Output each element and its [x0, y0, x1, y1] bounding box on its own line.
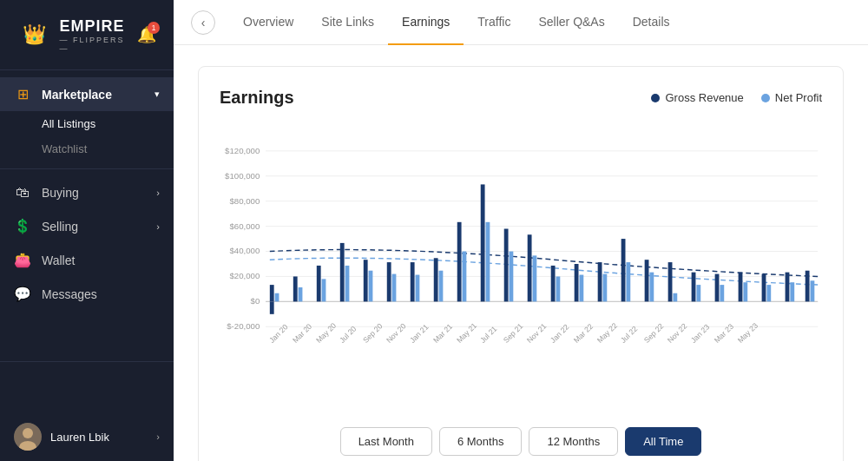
notification-bell[interactable]: 🔔 1 — [137, 25, 156, 44]
sidebar-item-selling[interactable]: 💲 Selling › — [0, 209, 174, 243]
bar-gross — [786, 273, 790, 302]
bar-net — [766, 285, 771, 301]
sidebar-item-label: Messages — [42, 287, 97, 301]
bar-net — [322, 279, 326, 301]
svg-text:Nov 20: Nov 20 — [385, 321, 408, 345]
net-label: Net Profit — [775, 91, 822, 104]
bar-gross — [411, 262, 415, 301]
crown-icon: 👑 — [23, 23, 46, 46]
user-name: Lauren Lbik — [50, 431, 148, 444]
tab-seller-qas[interactable]: Seller Q&As — [524, 0, 618, 45]
filter-12-months[interactable]: 12 Months — [529, 427, 618, 456]
sidebar-item-messages[interactable]: 💬 Messages — [0, 277, 174, 311]
top-navigation: ‹ Overview Site Links Earnings Traffic S… — [174, 0, 868, 45]
svg-text:$-20,000: $-20,000 — [227, 321, 260, 331]
svg-text:May 20: May 20 — [314, 321, 338, 345]
svg-text:May 22: May 22 — [595, 321, 619, 345]
bar-gross — [293, 276, 298, 301]
logo-icon: 👑 — [17, 16, 51, 54]
chevron-down-icon: ▾ — [155, 89, 160, 100]
svg-text:Sep 20: Sep 20 — [361, 321, 385, 345]
svg-text:$60,000: $60,000 — [229, 221, 260, 231]
sidebar-item-all-listings[interactable]: All Listings — [0, 111, 174, 136]
bar-gross — [504, 229, 509, 302]
logo-text-area: EMPIRE — FLIPPERS — — [60, 17, 128, 53]
wallet-icon: 👛 — [14, 252, 31, 268]
brand-sub: — FLIPPERS — — [60, 36, 128, 53]
svg-text:Jul 20: Jul 20 — [338, 324, 358, 345]
sidebar-item-marketplace[interactable]: ⊞ Marketplace ▾ — [0, 77, 174, 111]
bar-net — [345, 266, 350, 301]
sidebar-item-label: Buying — [42, 186, 79, 200]
chart-area: $120,000 $100,000 $80,000 $60,000 $40,00… — [220, 125, 822, 406]
bar-gross — [387, 262, 391, 301]
svg-text:$100,000: $100,000 — [225, 171, 260, 181]
sidebar-item-wallet[interactable]: 👛 Wallet — [0, 243, 174, 277]
filter-6-months[interactable]: 6 Months — [439, 427, 522, 456]
svg-text:$80,000: $80,000 — [229, 196, 260, 206]
bar-gross — [551, 266, 556, 301]
main-content: ‹ Overview Site Links Earnings Traffic S… — [174, 0, 868, 461]
back-button[interactable]: ‹ — [191, 10, 215, 35]
tab-traffic[interactable]: Traffic — [464, 0, 524, 45]
notification-badge: 1 — [148, 22, 160, 34]
svg-text:Sep 22: Sep 22 — [642, 321, 666, 345]
bar-gross — [364, 260, 368, 301]
sidebar-item-watchlist[interactable]: Watchlist — [0, 136, 174, 161]
svg-text:$0: $0 — [251, 296, 260, 306]
svg-text:$40,000: $40,000 — [229, 246, 260, 255]
chevron-right-icon: › — [156, 188, 160, 198]
bar-gross — [457, 222, 462, 302]
bar-gross — [762, 274, 766, 302]
chevron-right-icon: › — [156, 221, 160, 232]
bar-gross — [317, 266, 321, 301]
net-dot — [761, 94, 770, 102]
bar-net — [369, 271, 373, 302]
bar-net — [626, 262, 630, 301]
sidebar-divider-bottom — [0, 361, 174, 362]
bar-net — [532, 255, 536, 301]
bar-net — [463, 252, 467, 302]
svg-text:Jan 20: Jan 20 — [267, 322, 290, 345]
bar-gross — [340, 243, 345, 301]
bar-net — [696, 285, 700, 301]
bar-net — [486, 222, 490, 302]
svg-point-1 — [23, 428, 33, 438]
tab-overview[interactable]: Overview — [229, 0, 307, 45]
bar-net — [275, 293, 279, 302]
tab-details[interactable]: Details — [619, 0, 684, 45]
brand-name: EMPIRE — [60, 17, 128, 36]
svg-text:Jan 21: Jan 21 — [408, 322, 431, 345]
svg-text:Jul 22: Jul 22 — [619, 324, 640, 345]
bar-net — [743, 282, 747, 301]
gross-dot — [651, 94, 660, 102]
bar-gross — [715, 274, 720, 302]
tab-site-links[interactable]: Site Links — [307, 0, 388, 45]
bar-gross — [528, 234, 532, 301]
bar-gross — [739, 273, 743, 302]
filter-last-month[interactable]: Last Month — [340, 427, 432, 456]
tab-earnings[interactable]: Earnings — [388, 0, 464, 45]
bar-gross — [575, 264, 579, 301]
chart-legend: Gross Revenue Net Profit — [651, 91, 822, 104]
svg-text:Mar 20: Mar 20 — [291, 322, 313, 345]
sidebar: 👑 EMPIRE — FLIPPERS — 🔔 1 ⊞ Marketplace … — [0, 0, 174, 461]
sidebar-item-label: Selling — [42, 220, 78, 234]
user-profile[interactable]: Lauren Lbik › — [0, 412, 174, 461]
earnings-title: Earnings — [220, 88, 294, 108]
gross-label: Gross Revenue — [665, 91, 743, 104]
bar-gross-neg — [270, 301, 274, 313]
filter-all-time[interactable]: All Time — [625, 427, 701, 456]
svg-text:Mar 21: Mar 21 — [431, 322, 454, 345]
filter-buttons: Last Month 6 Months 12 Months All Time — [220, 420, 822, 456]
bar-net — [579, 275, 583, 302]
sidebar-item-label: Marketplace — [42, 88, 112, 102]
bar-gross — [481, 184, 485, 301]
buying-icon: 🛍 — [14, 185, 31, 201]
messages-icon: 💬 — [14, 286, 31, 302]
bar-gross — [434, 258, 438, 301]
bar-gross — [645, 260, 649, 301]
sidebar-item-buying[interactable]: 🛍 Buying › — [0, 176, 174, 209]
bar-gross — [668, 262, 673, 301]
bar-gross — [806, 271, 810, 302]
